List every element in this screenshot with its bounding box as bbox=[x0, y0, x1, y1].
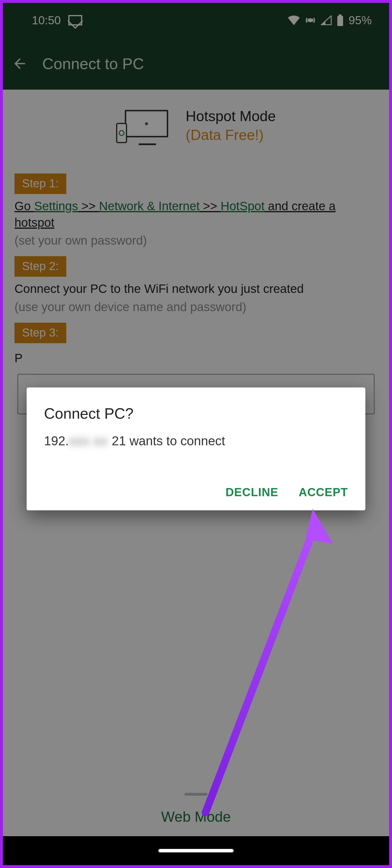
home-indicator[interactable] bbox=[158, 849, 234, 852]
svg-marker-4 bbox=[305, 509, 333, 544]
dialog-title: Connect PC? bbox=[44, 405, 348, 422]
accept-button[interactable]: ACCEPT bbox=[299, 486, 348, 499]
dialog-message: 192.xxx xx 21 wants to connect bbox=[44, 434, 348, 448]
modal-scrim[interactable]: Connect PC? 192.xxx xx 21 wants to conne… bbox=[3, 3, 389, 865]
connect-pc-dialog: Connect PC? 192.xxx xx 21 wants to conne… bbox=[27, 388, 365, 510]
svg-line-3 bbox=[205, 532, 313, 812]
ip-redacted: xxx xx bbox=[69, 434, 112, 448]
decline-button[interactable]: DECLINE bbox=[226, 486, 279, 499]
screen: 10:50 bbox=[3, 3, 389, 865]
annotation-arrow-icon bbox=[188, 500, 339, 818]
device-frame: 10:50 bbox=[0, 0, 392, 868]
